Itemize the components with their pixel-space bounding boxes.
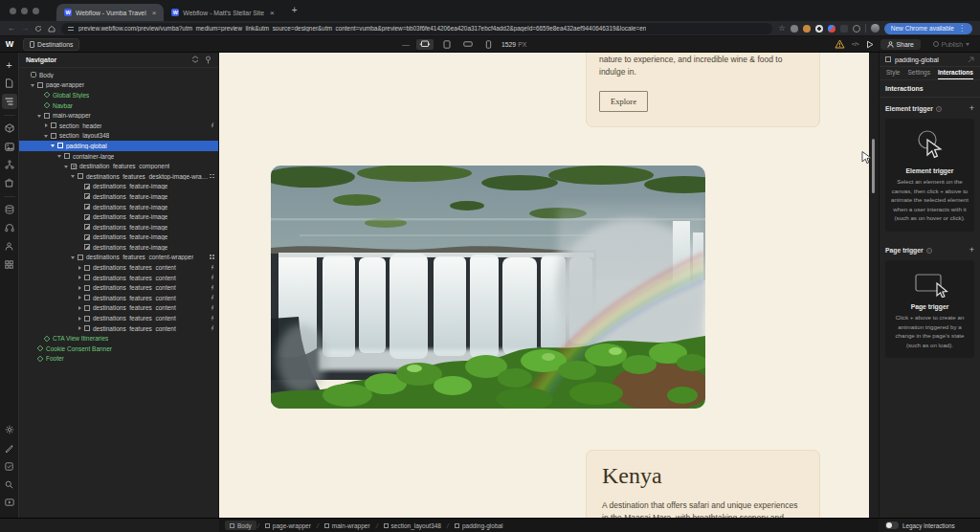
tree-caret-icon[interactable] [30,81,36,88]
navigator-item-padding-global[interactable]: padding-global [19,141,218,151]
breakpoint-desktop-button[interactable] [416,39,434,50]
canvas-width-readout[interactable]: 1529PX [501,41,526,48]
breadcrumb-item-main-wrapper[interactable]: main-wrapper [320,521,375,530]
publish-button[interactable]: Publish [927,39,975,50]
webflow-logo[interactable]: W [0,39,19,49]
preview-play-icon[interactable] [866,40,874,49]
tab-close-icon[interactable]: × [270,9,275,17]
navigator-panel-button[interactable] [2,94,17,109]
tree-caret-icon[interactable] [77,295,83,301]
navigator-item-destinations-features-content[interactable]: destinations_features_content [19,282,218,293]
window-minimize-button[interactable] [21,8,28,14]
bookmark-star-icon[interactable]: ☆ [778,25,785,33]
navigator-item-destinations-features-content[interactable]: destinations_features_content [19,313,218,323]
tree-caret-icon[interactable] [77,325,83,332]
url-field[interactable]: preview.webflow.com/preview/vumba?utm_me… [61,23,772,34]
code-icon[interactable]: </> [852,41,859,47]
navigator-item-destinations-feature-image[interactable]: destinations_feature-image [19,182,218,192]
minus-icon[interactable]: — [402,40,410,49]
extension-icon-3[interactable] [815,25,823,33]
add-elements-button[interactable]: + [2,57,17,73]
breadcrumb-item-page-wrapper[interactable]: page-wrapper [260,521,316,530]
navigator-item-destinations-feature-image[interactable]: destinations_feature-image [19,242,218,253]
navigator-item-navbar[interactable]: Navbar [19,100,218,111]
tab-style[interactable]: Style [886,69,900,79]
browser-tab-active[interactable]: W Webflow - Vumba Travel × [56,4,164,21]
tree-caret-icon[interactable] [77,264,83,271]
tree-caret-icon[interactable] [43,132,50,139]
tree-caret-icon[interactable] [77,275,83,281]
breakpoint-tablet-button[interactable] [440,39,454,50]
back-icon[interactable]: ← [8,25,15,33]
panel-indicator-icon[interactable] [968,56,974,63]
extension-icon-2[interactable] [803,25,811,33]
assets-panel-button[interactable] [2,139,17,154]
navigator-item-destinations-features-content[interactable]: destinations_features_content [19,293,218,303]
breakpoint-mobile-landscape-button[interactable] [460,39,476,49]
tab-interactions[interactable]: Interactions [938,69,973,79]
reload-icon[interactable] [34,25,42,33]
breadcrumb-item-section-layout348[interactable]: section_layout348 [379,521,446,530]
users-panel-button[interactable] [2,238,17,254]
audit-panel-button[interactable] [2,220,17,235]
extension-icon-5[interactable] [840,25,848,33]
components-panel-button[interactable] [2,121,17,136]
navigator-item-destinations-feature-image[interactable]: destinations_feature-image [19,202,218,212]
explore-button[interactable]: Explore [599,91,648,112]
ecommerce-panel-button[interactable] [2,175,17,190]
logic-panel-button[interactable] [2,157,17,172]
tree-caret-icon[interactable] [70,173,77,180]
info-icon[interactable]: i [926,248,932,254]
tab-close-icon[interactable]: × [152,9,157,17]
design-assistant-button[interactable] [2,440,17,455]
site-preview-canvas[interactable]: nature to experience, and incredible win… [219,53,879,518]
navigator-item-section-layout348[interactable]: section_layout348 [19,131,218,142]
navigator-item-destinations-features-desktop-image-wrapper[interactable]: destinations_features_desktop-image-wrap… [19,171,218,182]
tree-caret-icon[interactable] [77,315,83,321]
extension-icon-1[interactable] [791,25,798,33]
breakpoint-mobile-portrait-button[interactable] [482,39,495,50]
extension-icon-6[interactable] [853,25,860,33]
tab-settings[interactable]: Settings [907,69,930,79]
navigator-item-body[interactable]: Body [19,70,218,80]
tree-caret-icon[interactable] [50,143,56,149]
navigator-item-destinations-features-content[interactable]: destinations_features_content [19,303,218,314]
tree-caret-icon[interactable] [77,284,83,291]
tree-caret-icon[interactable] [56,153,63,160]
legacy-interactions-toggle[interactable] [885,521,899,529]
page-selector[interactable]: Destinations [23,38,79,51]
window-close-button[interactable] [10,8,16,14]
tree-caret-icon[interactable] [63,163,70,169]
new-tab-button[interactable]: + [292,6,298,15]
home-icon[interactable] [48,25,56,33]
video-tutorials-button[interactable] [2,495,17,510]
navigator-item-container-large[interactable]: container-large [19,151,218,162]
breadcrumb-item-body[interactable]: Body [225,521,256,530]
navigator-item-destinations-feature-image[interactable]: destinations_feature-image [19,211,218,222]
profile-avatar[interactable] [871,24,880,33]
navigator-item-destinations-feature-image[interactable]: destinations_feature-image [19,233,218,243]
pin-navigator-icon[interactable] [205,55,212,64]
search-button[interactable] [2,477,17,492]
tree-caret-icon[interactable] [70,254,77,260]
navigator-item-destinations-features-content[interactable]: destinations_features_content [19,262,218,273]
navigator-item-cta-view-itineraries[interactable]: CTA View Itineraries [19,333,218,344]
navigator-item-page-wrapper[interactable]: page-wrapper [19,80,218,91]
navigator-item-destinations-features-content-wrapper[interactable]: destinations_features_content-wrapper [19,253,218,263]
navigator-item-destinations-features-content[interactable]: destinations_features_content [19,323,218,334]
navigator-item-destination-features-component[interactable]: destination_features_component [19,161,218,171]
tree-caret-icon[interactable] [43,122,50,129]
browser-menu-kebab-icon[interactable]: ⋮ [958,25,966,33]
cms-panel-button[interactable] [2,202,17,217]
add-element-trigger-button[interactable]: + [969,104,974,113]
navigator-item-destinations-feature-image[interactable]: destinations_feature-image [19,191,218,202]
window-zoom-button[interactable] [33,8,39,14]
extension-icon-4[interactable] [828,25,835,33]
info-icon[interactable]: i [936,106,942,112]
navigator-item-section-header[interactable]: section_header [19,121,218,131]
breadcrumb-item-padding-global[interactable]: padding-global [450,521,508,530]
navigator-item-cookie-consent-banner[interactable]: Cookie Consent Banner [19,344,218,354]
navigator-item-destinations-feature-image[interactable]: destinations_feature-image [19,222,218,233]
chrome-update-button[interactable]: New Chrome available ⋮ [884,23,972,34]
share-button[interactable]: Share [880,39,921,50]
